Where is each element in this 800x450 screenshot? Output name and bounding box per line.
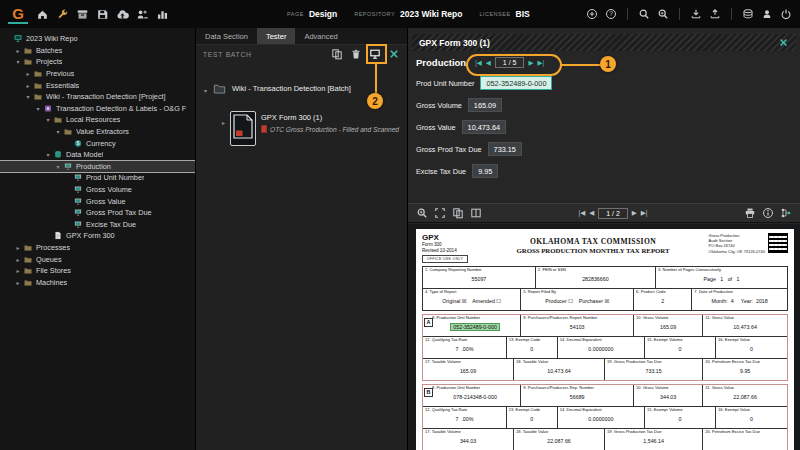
- home-icon[interactable]: [36, 8, 49, 21]
- close-icon[interactable]: [388, 48, 400, 60]
- viewer-canvas[interactable]: GPX Form 300 Revised 10-2014 OFFICE USE …: [408, 224, 800, 450]
- form-cell-label: 1. Company Reporting Number: [425, 268, 533, 273]
- tree-item-queues[interactable]: ▸Queues: [0, 253, 195, 265]
- tab-advanced[interactable]: Advanced: [295, 28, 346, 44]
- form-row: 12. Qualifying Tax Rate7 .00%13. Exempt …: [423, 336, 787, 358]
- tab-data-section[interactable]: Data Section: [196, 28, 257, 44]
- power-icon[interactable]: [780, 8, 792, 20]
- tree-item-batches[interactable]: ▸Batches: [0, 45, 195, 57]
- expand-arrow[interactable]: ▾: [44, 116, 52, 123]
- tree-item-processes[interactable]: ▸Processes: [0, 242, 195, 254]
- wrench-icon[interactable]: [56, 8, 69, 21]
- expand-arrow[interactable]: ▾: [54, 128, 62, 135]
- expand-arrow[interactable]: ▾: [44, 151, 52, 158]
- tree-item-essentials[interactable]: ▸Essentials: [0, 79, 195, 91]
- tree-item-label: Essentials: [46, 81, 79, 90]
- prev-page-button[interactable]: ◀: [589, 209, 594, 217]
- cloud-upload-icon[interactable]: [116, 8, 129, 21]
- tree-item-previous[interactable]: ▸Previous: [0, 68, 195, 80]
- tree-item-2023-wiki-repo[interactable]: 2023 Wiki Repo: [0, 33, 195, 45]
- field-value[interactable]: 9.95: [472, 164, 498, 178]
- tree-item-transaction-detection-labels-o-g-f[interactable]: ▾Transaction Detection & Labels - O&G F: [0, 103, 195, 115]
- fit-icon[interactable]: [434, 207, 446, 219]
- first-page-button[interactable]: |◀: [579, 209, 586, 217]
- folder-icon: [33, 81, 43, 90]
- page-pager: |◀ ◀ 1 / 2 ▶ ▶|: [579, 208, 648, 219]
- tree-item-production[interactable]: ▾Production: [0, 161, 195, 173]
- tree-item-local-resources[interactable]: ▾Local Resources: [0, 114, 195, 126]
- expand-arrow[interactable]: ▸: [14, 256, 22, 263]
- field-label: Excise Tax Due: [416, 167, 466, 176]
- download-icon[interactable]: [690, 8, 702, 20]
- field-value[interactable]: 733.15: [488, 142, 522, 156]
- tree-item-gross-prod-tax-due[interactable]: Gross Prod Tax Due: [0, 207, 195, 219]
- tree-item-data-model[interactable]: ▾Data Model: [0, 149, 195, 161]
- form-cell: 13. Exempt Code0: [507, 337, 558, 358]
- tree-item-excise-tax-due[interactable]: Excise Tax Due: [0, 219, 195, 231]
- tree-item-wiki-transaction-detection-project[interactable]: ▾Wiki - Transaction Detection [Project]: [0, 91, 195, 103]
- field-value[interactable]: 165.09: [468, 98, 502, 112]
- close-icon[interactable]: [778, 37, 789, 48]
- expand-arrow[interactable]: ▾: [54, 163, 62, 170]
- help-circle-icon[interactable]: ?: [605, 8, 617, 20]
- field-value[interactable]: 052-352489-0-000: [480, 76, 552, 90]
- tree-item-gross-value[interactable]: Gross Value: [0, 195, 195, 207]
- page-value[interactable]: Design: [309, 9, 337, 19]
- expand-arrow[interactable]: ▸: [14, 47, 22, 54]
- chart-icon[interactable]: [156, 8, 169, 21]
- expand-arrow[interactable]: ▸: [14, 279, 22, 286]
- form-cell-value: 052-352489-0-000: [432, 324, 518, 330]
- expand-arrow[interactable]: ▾: [14, 58, 22, 65]
- expand-arrow[interactable]: ▸: [14, 267, 22, 274]
- form-cell: 9. Purchasers/Producers Rep. Number56689: [521, 385, 634, 406]
- tree-item-machines[interactable]: ▸Machines: [0, 276, 195, 288]
- archive-icon[interactable]: [76, 8, 89, 21]
- tree-item-prod-unit-number[interactable]: Prod Unit Number: [0, 172, 195, 184]
- save-icon[interactable]: [96, 8, 109, 21]
- form-cell: 19. Gross Production Tax Due733.15: [605, 359, 703, 380]
- expand-arrow[interactable]: ▾: [24, 93, 32, 100]
- expand-arrow[interactable]: ▸: [14, 244, 22, 251]
- tree-item-gpx-form-300[interactable]: GPX Form 300: [0, 230, 195, 242]
- field-value[interactable]: 10,473.64: [462, 120, 506, 134]
- tree-item-projects[interactable]: ▾Projects: [0, 56, 195, 68]
- users-icon[interactable]: [136, 8, 149, 21]
- expand-arrow[interactable]: ▾: [34, 105, 42, 112]
- repository-value[interactable]: 2023 Wiki Repo: [400, 9, 462, 19]
- split-view-icon[interactable]: [470, 207, 482, 219]
- trash-icon[interactable]: [350, 48, 362, 60]
- search-icon[interactable]: [638, 8, 650, 20]
- field-icon: [73, 173, 83, 182]
- add-circle-icon[interactable]: [586, 8, 598, 20]
- tab-tester[interactable]: Tester: [257, 28, 295, 44]
- viewer-right-icons: [744, 207, 792, 219]
- zoom-icon[interactable]: [657, 8, 669, 20]
- pages-icon[interactable]: [452, 207, 464, 219]
- form-cell: 7. Date of ProductionMonth: 4 Year: 2018: [692, 289, 787, 310]
- tree-item-file-stores[interactable]: ▸File Stores: [0, 265, 195, 277]
- batch-document-item[interactable]: GPX Form 300 (1) OTC Gross Production - …: [222, 111, 401, 146]
- form-subtitle: GROSS PRODUCTION MONTHLY TAX REPORT: [488, 247, 698, 254]
- upload-icon[interactable]: [709, 8, 721, 20]
- next-page-button[interactable]: ▶: [632, 209, 637, 217]
- info-icon[interactable]: [762, 207, 774, 219]
- form-cell-label: 17. Taxable Volume: [425, 430, 511, 435]
- tree-item-value-extractors[interactable]: ▾Value Extractors: [0, 126, 195, 138]
- print-icon[interactable]: [744, 207, 756, 219]
- form-header: GPX Form 300 Revised 10-2014 OFFICE USE …: [422, 233, 788, 263]
- app-window: G PAGE Design REPOSITORY 2023 Wiki Repo …: [0, 0, 800, 450]
- layers-icon[interactable]: [742, 8, 754, 20]
- tree-item-gross-volume[interactable]: Gross Volume: [0, 184, 195, 196]
- expand-arrow[interactable]: ▸: [24, 82, 32, 89]
- expand-arrow[interactable]: [204, 79, 207, 97]
- tree-view-icon[interactable]: [780, 207, 792, 219]
- expand-arrow[interactable]: ▸: [24, 70, 32, 77]
- app-logo[interactable]: G: [8, 4, 28, 24]
- pages-icon[interactable]: [331, 48, 343, 60]
- form-cell-value: 54103: [523, 324, 631, 330]
- user-icon[interactable]: [761, 8, 773, 20]
- expand-arrow[interactable]: [222, 111, 225, 129]
- tree-item-currency[interactable]: $Currency: [0, 137, 195, 149]
- zoom-in-icon[interactable]: [416, 207, 428, 219]
- last-page-button[interactable]: ▶|: [641, 209, 648, 217]
